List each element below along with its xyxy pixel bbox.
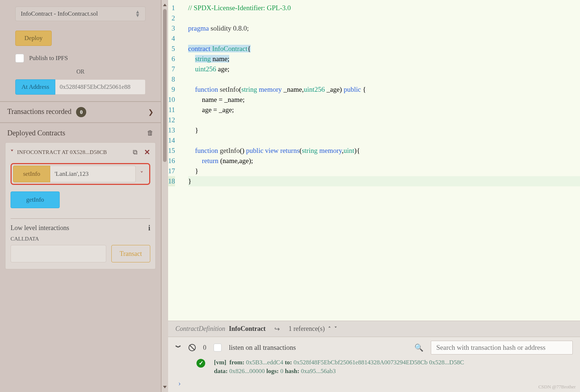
deployed-contracts-label: Deployed Contracts xyxy=(7,129,65,137)
editor-statusbar: ContractDefinition InfoContract ↪ 1 refe… xyxy=(168,321,580,337)
scroll-down-arrow-icon[interactable] xyxy=(163,386,167,388)
transact-button[interactable]: Transact xyxy=(111,245,150,262)
divider xyxy=(11,218,150,219)
calldata-label: CALLDATA xyxy=(11,236,150,242)
calldata-input[interactable] xyxy=(11,245,106,262)
share-icon[interactable]: ↪ xyxy=(274,325,280,333)
scroll-up-arrow-icon[interactable] xyxy=(163,4,167,6)
getinfo-row: getInfo xyxy=(11,191,150,208)
close-icon[interactable]: ✕ xyxy=(144,148,150,157)
lowlevel-label: Low level interactions xyxy=(11,224,69,232)
publish-ipfs-label: Publish to IPFS xyxy=(29,55,68,62)
tx-log-body: [vm] from: 0x5B3...eddC4 to: 0x528f48F5E… xyxy=(214,358,464,376)
listen-checkbox[interactable] xyxy=(214,344,222,352)
tx-search-input[interactable] xyxy=(431,341,573,355)
line-gutter: 123456789101112131415161718 xyxy=(168,0,181,321)
setinfo-input[interactable] xyxy=(50,166,136,182)
success-check-icon: ✓ xyxy=(196,359,205,368)
caret-down-icon[interactable]: ˅ xyxy=(334,326,337,332)
code-body[interactable]: // SPDX-License-Identifier: GPL-3.0 prag… xyxy=(181,0,580,321)
chevron-right-icon: ❯ xyxy=(148,108,154,116)
transactions-count-badge: 0 xyxy=(76,107,86,117)
clear-icon[interactable] xyxy=(188,344,196,351)
collapse-icon[interactable]: ︾ xyxy=(175,344,181,352)
trash-icon[interactable]: 🗑 xyxy=(147,129,154,137)
watermark: CSDN @77Brother xyxy=(538,384,576,390)
at-address-button[interactable]: At Address xyxy=(15,79,55,95)
search-icon[interactable]: 🔍 xyxy=(414,343,424,352)
terminal-prompt-icon[interactable]: › xyxy=(175,379,573,388)
copy-icon[interactable]: ⧉ xyxy=(133,149,138,156)
transactions-recorded-bar[interactable]: Transactions recorded 0 ❯ xyxy=(0,101,161,123)
contract-select-label: InfoContract - InfoContract.sol xyxy=(21,10,98,17)
contract-instance-card: ˅ INFOCONTRACT AT 0X528...D58CB ⧉ ✕ setI… xyxy=(5,142,156,269)
deploy-section: InfoContract - InfoContract.sol ▲▼ Deplo… xyxy=(0,0,161,101)
transactions-recorded-label: Transactions recorded xyxy=(7,107,71,115)
updown-icon: ▲▼ xyxy=(135,10,140,17)
publish-ipfs-checkbox[interactable] xyxy=(15,54,24,63)
setinfo-button[interactable]: setInfo xyxy=(13,166,50,182)
expand-args-icon[interactable]: ˅ xyxy=(136,166,148,182)
deployed-contracts-header: Deployed Contracts 🗑 xyxy=(0,123,161,140)
sb-contract-name: InfoContract xyxy=(229,325,266,333)
pending-count: 0 xyxy=(203,344,206,352)
instance-title: INFOCONTRACT AT 0X528...D58CB xyxy=(17,149,129,155)
editor-area: 123456789101112131415161718 // SPDX-Lice… xyxy=(168,0,580,392)
deploy-panel: InfoContract - InfoContract.sol ▲▼ Deplo… xyxy=(0,0,162,392)
setinfo-row: setInfo ˅ xyxy=(11,163,150,185)
getinfo-button[interactable]: getInfo xyxy=(11,191,60,208)
sb-contractdef: ContractDefinition xyxy=(175,325,225,333)
panel-scrollbar[interactable] xyxy=(162,0,168,392)
info-icon[interactable]: i xyxy=(148,224,150,232)
chevron-down-icon[interactable]: ˅ xyxy=(11,149,13,156)
at-address-input[interactable] xyxy=(55,79,146,95)
contract-select[interactable]: InfoContract - InfoContract.sol ▲▼ xyxy=(15,7,146,21)
listen-label: listen on all transactions xyxy=(229,344,296,352)
code-editor[interactable]: 123456789101112131415161718 // SPDX-Lice… xyxy=(168,0,580,321)
tx-log-row[interactable]: ✓ [vm] from: 0x5B3...eddC4 to: 0x528f48F… xyxy=(175,358,573,376)
caret-up-icon[interactable]: ˄ xyxy=(328,326,331,332)
sb-references[interactable]: 1 reference(s) xyxy=(289,325,325,333)
deploy-button[interactable]: Deploy xyxy=(15,31,52,46)
or-label: OR xyxy=(15,68,146,75)
terminal: ︾ 0 listen on all transactions 🔍 ✓ [vm] … xyxy=(168,337,580,392)
